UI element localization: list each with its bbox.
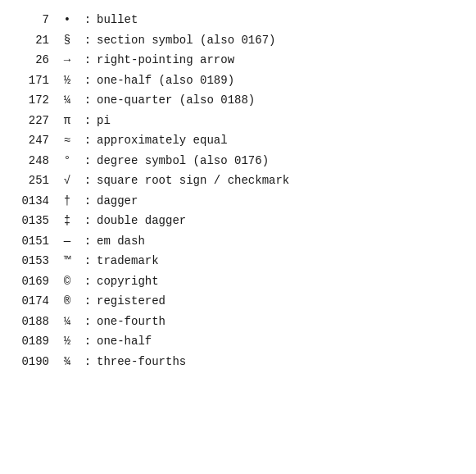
- symbol-cell: —: [56, 231, 79, 252]
- separator-cell: :: [79, 191, 97, 212]
- symbol-cell: ½: [56, 71, 79, 91]
- code-cell: 171: [13, 71, 56, 91]
- description-cell: square root sign / checkmark: [97, 171, 463, 191]
- table-row: 227π : pi: [13, 111, 463, 131]
- code-cell: 0189: [13, 331, 56, 352]
- table-row: 26→ : right-pointing arrow: [13, 50, 463, 71]
- code-cell: 26: [13, 50, 56, 71]
- symbol-cell: ™: [56, 251, 79, 271]
- separator-cell: :: [79, 50, 97, 71]
- description-cell: double dagger: [97, 211, 463, 231]
- code-cell: 227: [13, 111, 56, 131]
- description-cell: right-pointing arrow: [97, 50, 463, 71]
- separator-cell: :: [79, 231, 97, 252]
- symbol-cell: ≈: [56, 130, 79, 151]
- symbol-cell: ¼: [56, 312, 79, 332]
- table-row: 0174® : registered: [13, 291, 463, 312]
- code-cell: 0153: [13, 251, 56, 271]
- separator-cell: :: [79, 111, 97, 131]
- description-cell: trademark: [97, 251, 463, 271]
- code-cell: 172: [13, 90, 56, 111]
- table-row: 0169© : copyright: [13, 271, 463, 292]
- table-row: 172¼ : one-quarter (also 0188): [13, 90, 463, 111]
- code-cell: 0135: [13, 211, 56, 231]
- table-row: 171½ : one-half (also 0189): [13, 71, 463, 91]
- separator-cell: :: [79, 331, 97, 352]
- table-row: 251√ : square root sign / checkmark: [13, 171, 463, 191]
- description-cell: one-fourth: [97, 312, 463, 332]
- symbol-cell: •: [56, 10, 79, 30]
- symbol-cell: →: [56, 50, 79, 71]
- table-row: 0188¼ : one-fourth: [13, 312, 463, 332]
- code-cell: 0134: [13, 191, 56, 212]
- description-cell: dagger: [97, 191, 463, 212]
- separator-cell: :: [79, 271, 97, 292]
- description-cell: three-fourths: [97, 352, 463, 372]
- code-cell: 0188: [13, 312, 56, 332]
- separator-cell: :: [79, 352, 97, 372]
- code-cell: 0190: [13, 352, 56, 372]
- symbol-cell: π: [56, 111, 79, 131]
- separator-cell: :: [79, 71, 97, 91]
- separator-cell: :: [79, 130, 97, 151]
- description-cell: one-half: [97, 331, 463, 352]
- code-cell: 21: [13, 30, 56, 51]
- symbol-cell: ¾: [56, 352, 79, 372]
- code-cell: 0151: [13, 231, 56, 252]
- code-cell: 247: [13, 130, 56, 151]
- code-cell: 248: [13, 151, 56, 171]
- table-row: 247≈ : approximately equal: [13, 130, 463, 151]
- description-cell: section symbol (also 0167): [97, 30, 463, 51]
- symbol-cell: √: [56, 171, 79, 191]
- separator-cell: :: [79, 10, 97, 30]
- table-row: 248° : degree symbol (also 0176): [13, 151, 463, 171]
- code-cell: 0174: [13, 291, 56, 312]
- symbol-cell: †: [56, 191, 79, 212]
- separator-cell: :: [79, 90, 97, 111]
- separator-cell: :: [79, 251, 97, 271]
- symbol-cell: §: [56, 30, 79, 51]
- table-row: 7• : bullet: [13, 10, 463, 30]
- symbol-cell: °: [56, 151, 79, 171]
- symbol-cell: ©: [56, 271, 79, 292]
- symbol-cell: ½: [56, 331, 79, 352]
- table-row: 0134† : dagger: [13, 191, 463, 212]
- separator-cell: :: [79, 312, 97, 332]
- table-row: 0190¾ : three-fourths: [13, 352, 463, 372]
- separator-cell: :: [79, 30, 97, 51]
- table-row: 0151— : em dash: [13, 231, 463, 252]
- table-row: 21§ : section symbol (also 0167): [13, 30, 463, 51]
- separator-cell: :: [79, 211, 97, 231]
- description-cell: registered: [97, 291, 463, 312]
- symbol-cell: ®: [56, 291, 79, 312]
- table-row: 0153™ : trademark: [13, 251, 463, 271]
- description-cell: pi: [97, 111, 463, 131]
- code-cell: 7: [13, 10, 56, 30]
- symbol-cell: ¼: [56, 90, 79, 111]
- description-cell: em dash: [97, 231, 463, 252]
- separator-cell: :: [79, 291, 97, 312]
- table-row: 0189½ : one-half: [13, 331, 463, 352]
- separator-cell: :: [79, 151, 97, 171]
- description-cell: bullet: [97, 10, 463, 30]
- separator-cell: :: [79, 171, 97, 191]
- description-cell: approximately equal: [97, 130, 463, 151]
- symbol-cell: ‡: [56, 211, 79, 231]
- code-cell: 0169: [13, 271, 56, 292]
- description-cell: degree symbol (also 0176): [97, 151, 463, 171]
- description-cell: one-half (also 0189): [97, 71, 463, 91]
- description-cell: copyright: [97, 271, 463, 292]
- symbol-table: 7• : bullet21§ : section symbol (also 01…: [13, 10, 463, 371]
- description-cell: one-quarter (also 0188): [97, 90, 463, 111]
- code-cell: 251: [13, 171, 56, 191]
- table-row: 0135‡ : double dagger: [13, 211, 463, 231]
